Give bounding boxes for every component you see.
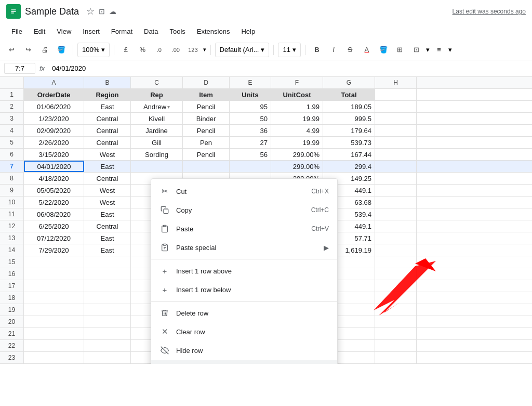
cell-13a[interactable]: 07/12/2020 <box>24 232 84 244</box>
row-num-9[interactable]: 9 <box>0 185 24 196</box>
context-menu-delete-row[interactable]: Delete row <box>151 304 337 322</box>
slides-icon[interactable]: ⊡ <box>99 7 105 16</box>
cell-2e[interactable]: 95 <box>230 101 271 112</box>
cell-2g[interactable]: 189.05 <box>323 101 375 112</box>
paint-format-button[interactable]: 🪣 <box>54 43 69 57</box>
row-num-10[interactable]: 10 <box>0 197 24 208</box>
context-menu-hide-row[interactable]: Hide row <box>151 341 337 360</box>
cell-3d[interactable]: Binder <box>183 113 230 124</box>
cell-3c[interactable]: Kivell <box>131 113 183 124</box>
cell-2b[interactable]: East <box>84 101 131 112</box>
context-menu-resize-row[interactable]: Resize row <box>151 360 337 364</box>
cell-6a[interactable]: 3/15/2020 <box>24 149 84 160</box>
context-menu-paste-special[interactable]: Paste special ▶ <box>151 238 337 257</box>
row-num-16[interactable]: 16 <box>0 268 24 280</box>
cell-5d[interactable]: Pen <box>183 137 230 148</box>
cell-8a[interactable]: 4/18/2020 <box>24 173 84 184</box>
row-num-22[interactable]: 22 <box>0 340 24 351</box>
percent-button[interactable]: % <box>135 43 150 57</box>
cell-15a[interactable] <box>24 256 84 268</box>
row-num-3[interactable]: 3 <box>0 113 24 124</box>
cell-4b[interactable]: Central <box>84 125 131 136</box>
context-menu-insert-above[interactable]: + Insert 1 row above <box>151 261 337 280</box>
cell-5f[interactable]: 19.99 <box>271 137 323 148</box>
cell-11a[interactable]: 06/08/2020 <box>24 208 84 220</box>
cell-5b[interactable]: Central <box>84 137 131 148</box>
row-num-5[interactable]: 5 <box>0 137 24 148</box>
cell-7d[interactable] <box>183 161 230 172</box>
row-num-1[interactable]: 1 <box>0 89 24 100</box>
cell-6g[interactable]: 167.44 <box>323 149 375 160</box>
cell-6e[interactable]: 56 <box>230 149 271 160</box>
menu-view[interactable]: View <box>51 25 76 37</box>
menu-data[interactable]: Data <box>139 25 163 37</box>
menu-help[interactable]: Help <box>236 25 260 37</box>
fill-color-button[interactable]: 🪣 <box>376 43 391 57</box>
menu-edit[interactable]: Edit <box>29 25 50 37</box>
cell-2c[interactable]: Andrew ▾ <box>131 101 183 112</box>
cell-7e[interactable] <box>230 161 271 172</box>
cell-5c[interactable]: Gill <box>131 137 183 148</box>
formula-input[interactable] <box>49 63 528 73</box>
cell-12a[interactable]: 6/25/2020 <box>24 220 84 232</box>
cell-3a[interactable]: 1/23/2020 <box>24 113 84 124</box>
cell-6d[interactable]: Pencil <box>183 149 230 160</box>
context-menu-insert-below[interactable]: + Insert 1 row below <box>151 280 337 299</box>
cell-2a[interactable]: 01/06/2020 <box>24 101 84 112</box>
col-header-e[interactable]: E <box>230 77 271 88</box>
menu-format[interactable]: Format <box>106 25 138 37</box>
cell-4e[interactable]: 36 <box>230 125 271 136</box>
cell-4g[interactable]: 179.64 <box>323 125 375 136</box>
cell-4a[interactable]: 02/09/2020 <box>24 125 84 136</box>
col-header-b[interactable]: B <box>84 77 131 88</box>
context-menu-clear-row[interactable]: ✕ Clear row <box>151 322 337 341</box>
cell-5a[interactable]: 2/26/2020 <box>24 137 84 148</box>
cell-7f[interactable]: 299.00% <box>271 161 323 172</box>
cell-14a[interactable]: 7/29/2020 <box>24 244 84 256</box>
cell-10b[interactable]: West <box>84 197 131 208</box>
col-header-f[interactable]: F <box>271 77 323 88</box>
row-num-4[interactable]: 4 <box>0 125 24 136</box>
borders-button[interactable]: ⊞ <box>393 43 407 57</box>
cell-14b[interactable]: East <box>84 244 131 256</box>
cell-9b[interactable]: West <box>84 185 131 196</box>
cell-3f[interactable]: 19.99 <box>271 113 323 124</box>
cell-2d[interactable]: Pencil <box>183 101 230 112</box>
align-button[interactable]: ≡ <box>432 43 446 57</box>
row-num-17[interactable]: 17 <box>0 280 24 292</box>
col-header-c[interactable]: C <box>131 77 183 88</box>
row-num-18[interactable]: 18 <box>0 292 24 304</box>
cell-4d[interactable]: Pencil <box>183 125 230 136</box>
redo-button[interactable]: ↪ <box>21 43 35 57</box>
row-num-2[interactable]: 2 <box>0 101 24 112</box>
cell-7a[interactable]: 04/01/2020 <box>24 161 84 172</box>
cell-6f[interactable]: 299.00% <box>271 149 323 160</box>
fontsize-select[interactable]: 11 ▾ <box>278 43 300 57</box>
col-header-a[interactable]: A <box>24 77 84 88</box>
zoom-select[interactable]: 100% ▾ <box>77 43 110 57</box>
strikethrough-button[interactable]: S <box>343 43 357 57</box>
col-header-d[interactable]: D <box>183 77 230 88</box>
star-icon[interactable]: ☆ <box>86 6 95 17</box>
cell-3e[interactable]: 50 <box>230 113 271 124</box>
row-num-21[interactable]: 21 <box>0 328 24 339</box>
cell-12b[interactable]: Central <box>84 220 131 232</box>
cell-5e[interactable]: 27 <box>230 137 271 148</box>
format123-button[interactable]: 123 <box>185 43 201 57</box>
row-num-12[interactable]: 12 <box>0 220 24 232</box>
decimal2-button[interactable]: .00 <box>168 43 183 57</box>
italic-button[interactable]: I <box>326 43 341 57</box>
decimal0-button[interactable]: .0 <box>152 43 166 57</box>
cell-11b[interactable]: East <box>84 208 131 220</box>
row-num-11[interactable]: 11 <box>0 208 24 220</box>
bold-button[interactable]: B <box>310 43 324 57</box>
col-header-h[interactable]: H <box>375 77 417 88</box>
cell-6c[interactable]: Sording <box>131 149 183 160</box>
print-button[interactable]: 🖨 <box>37 43 52 57</box>
cell-4c[interactable]: Jardine <box>131 125 183 136</box>
row-num-15[interactable]: 15 <box>0 256 24 268</box>
row-num-19[interactable]: 19 <box>0 304 24 316</box>
row-num-6[interactable]: 6 <box>0 149 24 160</box>
cell-3g[interactable]: 999.5 <box>323 113 375 124</box>
cell-8b[interactable]: Central <box>84 173 131 184</box>
